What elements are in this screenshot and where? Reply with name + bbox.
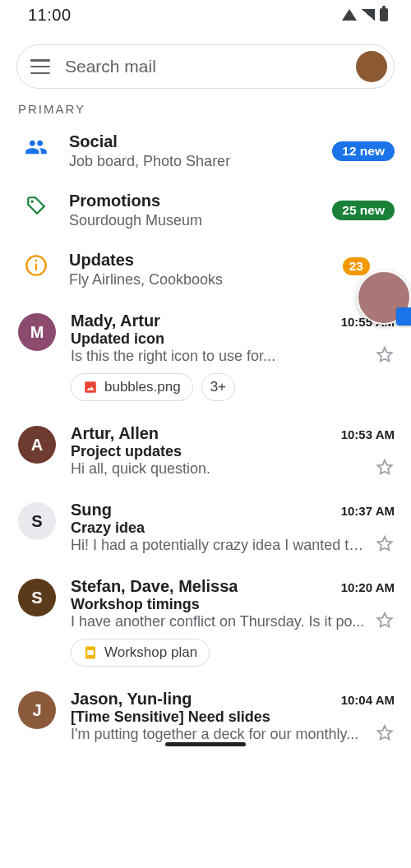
email-snippet: Is this the right icon to use for... — [71, 348, 368, 365]
sender-avatar[interactable]: M — [18, 313, 56, 351]
sender-avatar[interactable]: S — [18, 502, 56, 540]
email-subject: [Time Sensitive] Need slides — [71, 709, 368, 726]
email-row[interactable]: M Mady, Artur 10:55 AM Updated icon Is t… — [0, 298, 411, 411]
status-time: 11:00 — [28, 6, 72, 25]
star-icon[interactable] — [375, 611, 395, 630]
email-sender: Stefan, Dave, Melissa — [71, 577, 238, 596]
chat-head-message-icon[interactable] — [396, 307, 411, 326]
tab-badge: 23 — [343, 257, 370, 275]
attachment-chip[interactable]: bubbles.png — [71, 373, 193, 401]
tag-icon — [18, 192, 54, 216]
wifi-icon — [342, 9, 357, 21]
star-icon[interactable] — [375, 345, 395, 365]
info-icon — [18, 251, 54, 277]
tab-title: Promotions — [69, 192, 317, 210]
star-icon[interactable] — [375, 458, 395, 478]
tab-badge: 12 new — [332, 141, 395, 161]
tab-social[interactable]: Social Job board, Photo Sharer 12 new — [0, 121, 411, 180]
tab-sub: Sourdough Museum — [69, 212, 317, 229]
svg-rect-3 — [35, 260, 37, 261]
email-time: 10:20 AM — [341, 580, 395, 594]
section-label: PRIMARY — [0, 97, 411, 121]
email-sender: Sung — [71, 501, 112, 519]
tab-sub: Job board, Photo Sharer — [69, 153, 317, 170]
email-snippet: Hi all, quick question. — [71, 460, 368, 478]
attachment-more[interactable]: 3+ — [201, 373, 235, 401]
email-row[interactable]: A Artur, Allen 10:53 AM Project updates … — [0, 411, 411, 487]
email-time: 10:37 AM — [341, 504, 395, 518]
email-snippet: I have another conflict on Thursday. Is … — [71, 613, 368, 630]
people-icon — [18, 132, 54, 159]
search-placeholder[interactable]: Search mail — [65, 57, 341, 76]
menu-icon[interactable] — [30, 59, 50, 74]
attachment-label: Workshop plan — [104, 644, 197, 661]
email-sender: Jason, Yun-ling — [71, 690, 192, 709]
signal-icon — [362, 9, 375, 21]
search-bar[interactable]: Search mail — [16, 44, 395, 89]
tab-title: Social — [69, 132, 317, 151]
svg-rect-4 — [85, 381, 96, 393]
svg-rect-2 — [35, 264, 37, 270]
nav-handle[interactable] — [165, 742, 246, 746]
email-subject: Project updates — [71, 443, 368, 460]
tab-promotions[interactable]: Promotions Sourdough Museum 25 new — [0, 180, 411, 239]
email-sender: Mady, Artur — [71, 312, 160, 330]
tab-badge: 25 new — [332, 201, 395, 220]
email-snippet: I'm putting together a deck for our mont… — [71, 726, 368, 743]
sender-avatar[interactable]: J — [18, 691, 56, 729]
star-icon[interactable] — [375, 534, 395, 554]
tab-sub: Fly Airlines, Cookbooks — [69, 271, 395, 289]
attachment-label: bubbles.png — [104, 379, 181, 395]
email-row[interactable]: S Sung 10:37 AM Crazy idea Hi! I had a p… — [0, 487, 411, 564]
email-subject: Updated icon — [71, 330, 368, 348]
sender-avatar[interactable]: A — [18, 426, 56, 464]
email-subject: Workshop timings — [71, 596, 368, 613]
email-snippet: Hi! I had a potentially crazy idea I wan… — [71, 537, 368, 554]
tab-updates[interactable]: Updates Fly Airlines, Cookbooks 23 — [0, 239, 411, 298]
svg-point-0 — [31, 201, 34, 203]
star-icon[interactable] — [375, 723, 395, 743]
status-bar: 11:00 — [0, 0, 411, 30]
email-subject: Crazy idea — [71, 519, 368, 537]
account-avatar[interactable] — [356, 51, 387, 82]
status-icons — [342, 8, 388, 21]
email-sender: Artur, Allen — [71, 424, 159, 443]
attachment-chip[interactable]: Workshop plan — [71, 639, 210, 667]
svg-rect-6 — [87, 650, 94, 655]
sender-avatar[interactable]: S — [18, 579, 56, 616]
battery-icon — [380, 8, 388, 21]
email-time: 10:53 AM — [341, 427, 395, 441]
email-time: 10:04 AM — [341, 693, 395, 707]
email-row[interactable]: S Stefan, Dave, Melissa 10:20 AM Worksho… — [0, 564, 411, 676]
